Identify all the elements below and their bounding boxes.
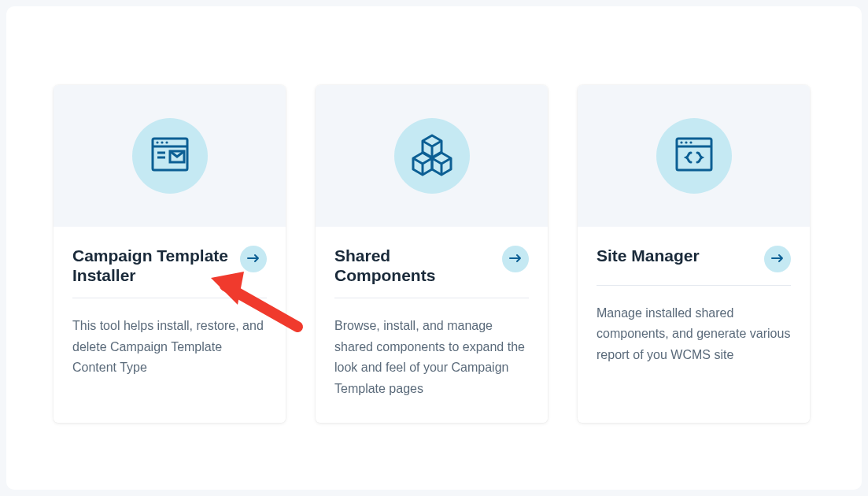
card-header: Shared Components: [334, 246, 529, 285]
svg-point-3: [161, 141, 163, 143]
svg-point-2: [156, 141, 158, 143]
card-icon-zone: [578, 85, 810, 227]
main-container: Campaign Template Installer This tool he…: [6, 6, 862, 490]
card-header: Site Manager: [597, 246, 791, 272]
card-icon-zone: [54, 85, 286, 227]
card-description: This tool helps install, restore, and de…: [72, 316, 267, 378]
divider: [72, 298, 267, 298]
card-title: Shared Components: [334, 246, 496, 285]
card-body: Site Manager Manage installed shared com…: [578, 227, 810, 423]
cards-row: Campaign Template Installer This tool he…: [54, 85, 814, 423]
icon-circle: [132, 118, 208, 194]
card-title: Campaign Template Installer: [72, 246, 234, 285]
arrow-right-icon: [246, 253, 260, 266]
card-body: Campaign Template Installer This tool he…: [54, 227, 286, 423]
icon-circle: [656, 118, 732, 194]
cubes-icon: [407, 129, 457, 183]
card-header: Campaign Template Installer: [72, 246, 267, 285]
open-arrow-button[interactable]: [764, 246, 791, 272]
card-site-manager[interactable]: Site Manager Manage installed shared com…: [578, 85, 810, 423]
arrow-right-icon: [508, 253, 523, 266]
svg-point-4: [165, 141, 168, 143]
card-description: Browse, install, and manage shared compo…: [334, 316, 529, 399]
card-body: Shared Components Browse, install, and m…: [316, 227, 548, 423]
arrow-right-icon: [770, 253, 785, 266]
divider: [597, 285, 791, 286]
card-description: Manage installed shared components, and …: [597, 303, 791, 365]
svg-point-11: [685, 141, 687, 143]
svg-point-10: [680, 141, 682, 143]
card-shared-components[interactable]: Shared Components Browse, install, and m…: [316, 85, 548, 423]
divider: [334, 298, 529, 298]
icon-circle: [394, 118, 470, 194]
template-window-icon: [148, 132, 192, 180]
card-title: Site Manager: [597, 246, 758, 265]
card-campaign-template-installer[interactable]: Campaign Template Installer This tool he…: [54, 85, 286, 423]
open-arrow-button[interactable]: [240, 246, 267, 272]
code-window-icon: [672, 132, 716, 180]
open-arrow-button[interactable]: [502, 246, 529, 272]
card-icon-zone: [316, 85, 548, 227]
svg-point-12: [689, 141, 692, 143]
